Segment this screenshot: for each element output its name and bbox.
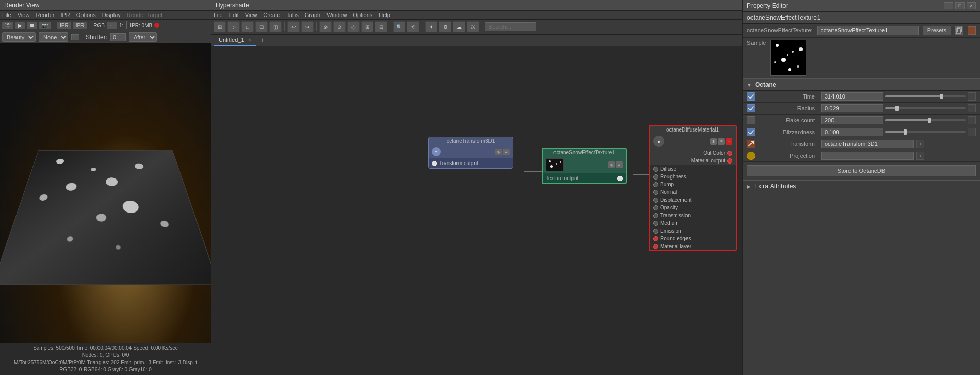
hs-btn18[interactable]: ⛭ [467,21,479,32]
menu-ipr[interactable]: IPR [60,12,70,18]
prop-blizzardness-input[interactable] [821,128,883,136]
prop-minimize-btn[interactable]: _ [944,2,953,9]
prop-maximize-btn[interactable]: □ [955,2,965,9]
out-color-port[interactable] [727,151,732,156]
shutter-input[interactable] [110,33,126,41]
prop-presets-btn[interactable]: Presets [923,26,951,35]
hs-btn3[interactable]: □ [241,21,254,32]
port-medium[interactable]: Medium [650,219,736,227]
transform-node-icon1[interactable]: $ [495,149,502,155]
port-round-edges[interactable]: Round edges [650,235,736,242]
prop-blizzardness-color[interactable] [968,128,976,136]
hs-btn9[interactable]: ⊙ [333,21,346,32]
prop-flakecount-input[interactable] [821,116,883,124]
hs-btn1[interactable]: ⊞ [214,21,226,32]
prop-transform-icon[interactable] [747,140,755,148]
prop-radius-input[interactable] [821,104,883,112]
hs-menu-create[interactable]: Create [263,12,280,18]
none-select[interactable]: None [39,32,68,42]
hs-btn16[interactable]: ⚙ [439,21,451,32]
after-select[interactable]: After [129,32,157,42]
hs-menu-tabs[interactable]: Tabs [286,12,298,18]
diffuse-node[interactable]: octaneDiffuseMaterial1 ● $ ≡ × Out Color [649,125,737,251]
prop-close-btn[interactable]: × [967,2,976,9]
diffuse-node-close[interactable]: × [726,138,732,145]
hs-btn12[interactable]: ⊟ [375,21,387,32]
section-arrow-icon[interactable]: ▼ [747,82,752,88]
port-bump[interactable]: Bump [650,181,736,188]
hs-btn14[interactable]: ⟲ [407,21,419,32]
prop-time-enable[interactable] [747,92,755,101]
hs-menu-help[interactable]: Help [379,12,390,18]
prop-flakecount-color[interactable] [968,116,976,124]
prop-projection-icon[interactable] [747,152,755,160]
port-displacement[interactable]: Displacement [650,196,736,204]
hs-menu-edit[interactable]: Edit [229,12,239,18]
hs-canvas[interactable]: octaneTransform3D1 ✦ $ ≡ Transform outpu… [211,46,742,375]
render-icon-btn[interactable]: 🎬 [2,22,13,29]
port-opacity[interactable]: Opacity [650,204,736,211]
port-transmission[interactable]: Transmission [650,211,736,219]
port-material-layer[interactable]: Material layer [650,242,736,250]
hs-menu-file[interactable]: File [214,12,223,18]
transform-node[interactable]: octaneTransform3D1 ✦ $ ≡ Transform outpu… [428,137,513,169]
hs-search-input[interactable] [485,22,536,31]
menu-render[interactable]: Render [36,12,54,18]
prop-projection-input[interactable] [821,152,914,160]
prop-transform-input[interactable] [821,140,914,148]
prop-time-color[interactable] [968,92,976,101]
render-btn4[interactable]: 📷 [39,22,51,29]
prop-blizzardness-enable[interactable] [747,128,755,136]
prop-flakecount-enable[interactable] [747,116,755,124]
prop-radius-enable[interactable] [747,104,755,112]
texture-node-icon1[interactable]: $ [608,161,615,168]
hs-btn6[interactable]: ↩ [287,21,300,32]
prop-radius-color[interactable] [968,104,976,112]
prop-radius-slider[interactable] [885,107,966,109]
ipr-btn2[interactable]: IPR [73,22,87,29]
prop-copy-icon[interactable] [955,26,963,35]
prop-transform-navigate[interactable]: → [916,140,924,148]
beauty-select[interactable]: Beauty [2,32,36,42]
hs-btn2[interactable]: ▷ [227,21,240,32]
hs-btn17[interactable]: ☁ [453,21,465,32]
hs-menu-window[interactable]: Window [326,12,347,18]
hs-tab-untitled[interactable]: Untitled_1 × [214,35,256,46]
hs-tab-add[interactable]: + [256,35,268,46]
diffuse-node-icon1[interactable]: $ [710,138,717,145]
store-to-octanedb-btn[interactable]: Store to OctaneDB [747,165,976,176]
hs-btn5[interactable]: ◫ [269,21,282,32]
prop-texture-input[interactable] [817,26,919,35]
menu-render-target[interactable]: Render Target [127,12,163,18]
hs-btn13[interactable]: 🔍 [393,21,405,32]
diffuse-node-icon2[interactable]: ≡ [718,138,725,145]
prop-link-icon[interactable] [968,26,976,35]
hs-btn8[interactable]: ⊗ [319,21,332,32]
port-normal[interactable]: Normal [650,188,736,196]
hs-menu-view[interactable]: View [245,12,257,18]
btn-arr[interactable]: ← [107,22,117,29]
hs-btn4[interactable]: ⊡ [255,21,268,32]
texture-node-icon2[interactable]: ≡ [616,161,623,168]
hs-btn15[interactable]: ✦ [425,21,437,32]
extra-arrow-icon[interactable]: ▶ [747,184,751,189]
hs-menu-graph[interactable]: Graph [305,12,321,18]
hs-btn7[interactable]: ↪ [301,21,314,32]
prop-flakecount-slider[interactable] [885,119,966,121]
render-btn3[interactable]: ⏹ [27,22,37,29]
prop-time-slider[interactable] [885,95,966,97]
render-btn2[interactable]: ▶ [15,22,25,29]
menu-display[interactable]: Display [102,12,121,18]
port-roughness[interactable]: Roughness [650,173,736,181]
prop-blizzardness-slider[interactable] [885,131,966,133]
texture-node[interactable]: octaneSnowEffectTexture1 $ ≡ [542,148,627,184]
material-output-port[interactable] [727,158,732,164]
texture-output-port[interactable] [617,176,623,181]
hs-tab-close[interactable]: × [248,37,251,43]
menu-file[interactable]: File [2,12,11,18]
prop-time-input[interactable] [821,92,883,101]
transform-output-port[interactable] [432,161,437,166]
prop-projection-navigate[interactable]: → [916,152,924,160]
port-diffuse[interactable]: Diffuse [650,165,736,173]
transform-node-icon2[interactable]: ≡ [503,149,510,155]
